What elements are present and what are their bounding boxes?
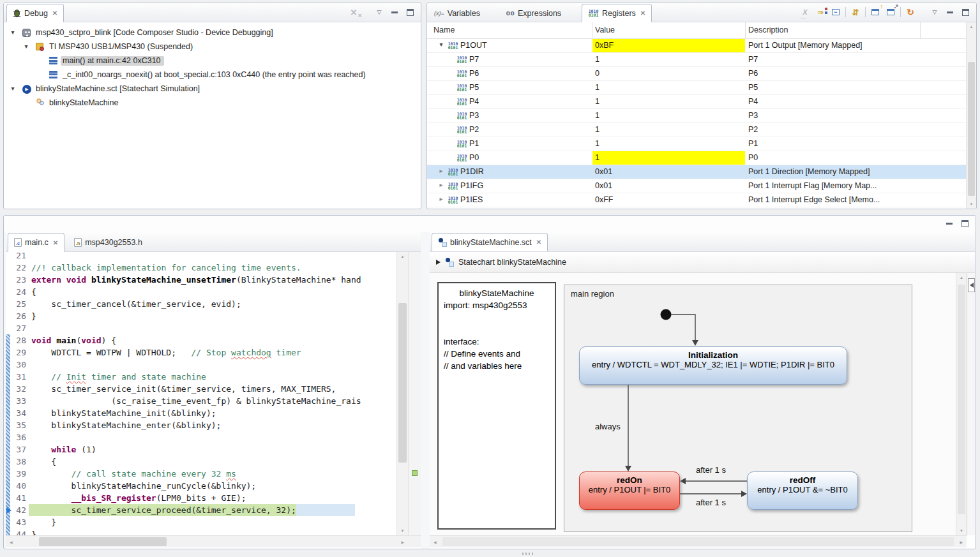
code-line[interactable]: 28void main(void) { — [6, 334, 372, 346]
tab-msp430g2553-h[interactable]: .hmsp430g2553.h — [68, 233, 148, 252]
code-line[interactable]: 31 // Init timer and state machine — [6, 371, 372, 383]
remove-all-terminated-icon[interactable]: ✕ — [348, 6, 359, 18]
code-line[interactable]: 32 sc_timer_service_init(&timer_service,… — [6, 383, 372, 395]
debug-tree-row[interactable]: blinkyStateMachine — [4, 96, 421, 110]
transition-label-always[interactable]: always — [595, 422, 621, 431]
code-line[interactable]: 34 blinkyStateMachine_init(&blinky); — [6, 407, 372, 419]
statechart-declaration-box[interactable]: blinkyStateMachine import: msp430g2553 i… — [437, 282, 556, 530]
show-logical-structure-icon[interactable]: ⇒ — [815, 6, 826, 18]
debug-tree-row[interactable]: main() at main.c:42 0xC310 — [4, 54, 421, 68]
registers-column-header[interactable]: NameValueDescription — [427, 22, 966, 39]
code-line[interactable]: 25 sc_timer_cancel(&timer_service, evid)… — [6, 298, 372, 310]
code-line[interactable]: 26} — [6, 310, 372, 322]
minimize-icon[interactable] — [944, 6, 956, 18]
register-row[interactable]: 10100101P51P5 — [427, 81, 967, 95]
close-icon[interactable]: ✕ — [52, 239, 58, 246]
close-icon[interactable]: ✕ — [639, 10, 645, 17]
refresh-icon[interactable]: ↻ — [905, 6, 916, 18]
code-editor[interactable]: 2122//! callback implementation for canc… — [6, 252, 396, 535]
register-row[interactable]: 10100101P71P7 — [427, 53, 967, 67]
column-divider[interactable] — [745, 22, 746, 38]
statechart-vertical-scrollbar[interactable]: ▲ ▼ — [956, 273, 967, 535]
scroll-left-icon[interactable]: ◀ — [10, 540, 13, 544]
register-row[interactable]: 10100101P41P4 — [427, 95, 967, 109]
code-line[interactable]: 44} — [6, 528, 372, 535]
statechart-main-region[interactable]: main region Initialization entry / WDTCT… — [564, 285, 912, 532]
tab-statechart[interactable]: blinkyStateMachine.sct ✕ — [432, 233, 548, 251]
view-menu-icon[interactable]: ▽ — [373, 6, 385, 18]
register-row[interactable]: 10100101P01P0 — [427, 151, 967, 165]
scroll-right-icon[interactable]: ▶ — [401, 540, 404, 544]
state-red-off[interactable]: redOff entry / P1OUT &= ~BIT0 — [747, 472, 858, 510]
column-divider[interactable] — [920, 22, 921, 38]
code-line[interactable]: 39 // call state machine every 32 ms — [6, 468, 372, 480]
twistie-icon[interactable]: ▸ — [437, 167, 445, 174]
twistie-icon[interactable]: ▸ — [437, 195, 445, 202]
debug-tree-row[interactable]: ▾▶blinkyStateMachine.sct [Statechart Sim… — [4, 82, 421, 96]
view-menu-icon[interactable]: ▽ — [929, 6, 940, 18]
twistie-icon[interactable]: ▾ — [22, 43, 30, 50]
column-header-value[interactable]: Value — [595, 26, 615, 34]
code-line[interactable]: 24{ — [6, 286, 372, 298]
column-header-name[interactable]: Name — [433, 26, 455, 34]
breadcrumb-expand-icon[interactable] — [436, 260, 441, 265]
minimize-icon[interactable] — [389, 6, 400, 18]
scrollbar-thumb[interactable] — [968, 62, 975, 196]
twistie-icon[interactable]: ▸ — [437, 181, 445, 188]
code-line[interactable]: 23extern void blinkyStateMachine_unsetTi… — [6, 274, 372, 286]
initial-state-dot[interactable] — [661, 309, 672, 320]
code-line[interactable]: 21 — [6, 252, 372, 262]
state-red-on[interactable]: redOn entry / P1OUT |= BIT0 — [579, 472, 680, 510]
code-line[interactable]: 35 blinkyStateMachine_enter(&blinky); — [6, 419, 372, 431]
code-line[interactable]: 43 } — [6, 516, 372, 528]
overview-ruler[interactable] — [408, 252, 421, 535]
scroll-down-icon[interactable]: ▼ — [956, 529, 967, 533]
scroll-right-icon[interactable]: ▶ — [960, 540, 963, 544]
editor-horizontal-scrollbar[interactable]: ◀ ▶ — [6, 535, 421, 547]
editor-vertical-scrollbar[interactable]: ▲ ▼ — [396, 252, 408, 535]
tab-main-c[interactable]: .cmain.c✕ — [8, 233, 64, 252]
code-line[interactable]: 22//! callback implementation for cancel… — [6, 262, 372, 274]
register-row[interactable]: ▸10100101P1IES0xFFPort 1 Interrupt Edge … — [427, 193, 967, 207]
palette-expand-icon[interactable] — [968, 278, 975, 292]
tab-variables[interactable]: (x)=Variables — [428, 4, 486, 22]
scroll-down-icon[interactable]: ▼ — [967, 202, 976, 206]
scrollbar-thumb[interactable] — [958, 285, 965, 514]
tab-registers[interactable]: 10100101Registers✕ — [582, 4, 652, 22]
scroll-down-icon[interactable]: ▼ — [397, 529, 408, 533]
open-new-view-icon[interactable] — [870, 6, 881, 18]
register-row[interactable]: ▸10100101P1DIR0x01Port 1 Direction [Memo… — [427, 165, 967, 179]
register-row[interactable]: 10100101P11P1 — [427, 137, 967, 151]
column-header-description[interactable]: Description — [748, 26, 788, 34]
code-line[interactable]: 38 { — [6, 456, 372, 468]
registers-vertical-scrollbar[interactable]: ▲ ▼ — [966, 22, 976, 209]
scroll-up-icon[interactable]: ▲ — [397, 255, 408, 258]
code-line[interactable]: 36 — [6, 431, 372, 443]
sash-handle[interactable] — [522, 553, 534, 555]
register-row[interactable]: 10100101P31P3 — [427, 109, 967, 123]
register-row[interactable]: ▸10100101P1IFG0x01Port 1 Interrupt Flag … — [427, 179, 967, 193]
code-line[interactable]: 37 while (1) — [6, 443, 372, 456]
scroll-left-icon[interactable]: ◀ — [433, 540, 437, 544]
tab-debug[interactable]: Debug ✕ — [6, 4, 64, 22]
scroll-up-icon[interactable]: ▲ — [967, 25, 976, 29]
code-line[interactable]: 41 __bis_SR_register(LPM0_bits + GIE); — [6, 492, 372, 504]
occurrence-marker[interactable] — [412, 470, 418, 476]
transition-label-after-bottom[interactable]: after 1 s — [696, 498, 726, 507]
register-row[interactable]: ▾10100101P1OUT0xBFPort 1 Output [Memory … — [427, 39, 967, 53]
code-line[interactable]: 30 — [6, 359, 372, 371]
state-initialization[interactable]: Initialization entry / WDTCTL = WDT_MDLY… — [579, 346, 847, 385]
scrollbar-thumb[interactable] — [398, 303, 407, 463]
twistie-icon[interactable]: ▾ — [9, 85, 17, 92]
scrollbar-thumb[interactable] — [442, 537, 954, 546]
close-icon[interactable]: ✕ — [535, 239, 541, 246]
show-type-names-icon[interactable]: X — [799, 6, 811, 18]
code-line[interactable]: 33 (sc_raise_time_event_fp) & blinkyStat… — [6, 395, 372, 407]
code-line[interactable]: 27 — [6, 322, 372, 334]
code-line[interactable]: 42 sc_timer_service_proceed(&timer_servi… — [6, 504, 372, 516]
close-icon[interactable]: ✕ — [51, 10, 57, 17]
twistie-icon[interactable]: ▾ — [437, 41, 445, 48]
refresh-registers-icon[interactable]: ⇵ — [850, 6, 861, 18]
tab-expressions[interactable]: ooExpressions — [501, 4, 567, 22]
statechart-horizontal-scrollbar[interactable]: ◀ ▶ — [430, 535, 967, 547]
